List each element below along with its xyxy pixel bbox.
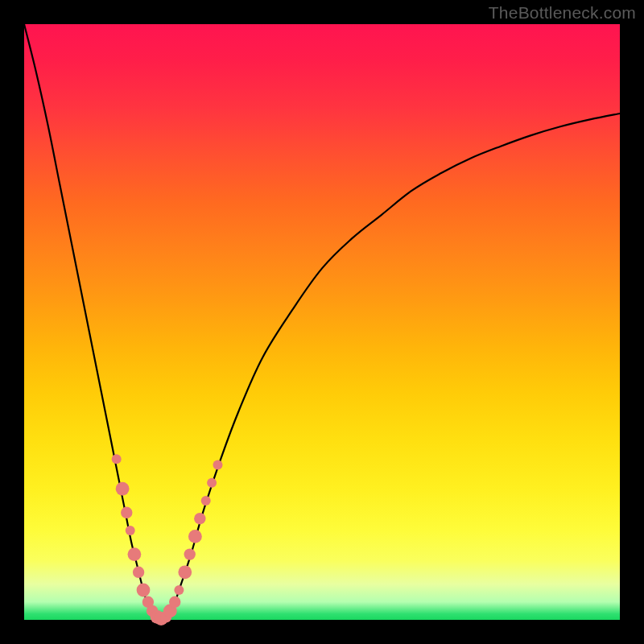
chart-frame: TheBottleneck.com bbox=[0, 0, 644, 644]
curve-markers bbox=[112, 454, 223, 625]
curve-dot bbox=[126, 526, 135, 535]
chart-svg bbox=[24, 24, 620, 620]
curve-dot bbox=[178, 565, 192, 579]
curve-dot bbox=[194, 513, 205, 524]
curve-dot bbox=[201, 496, 211, 506]
curve-dot bbox=[207, 478, 217, 488]
curve-dot bbox=[174, 585, 184, 595]
curve-dot bbox=[121, 507, 132, 518]
bottleneck-curve bbox=[24, 24, 620, 620]
curve-dot bbox=[112, 454, 122, 464]
curve-dot bbox=[116, 482, 130, 496]
curve-dot bbox=[213, 460, 223, 470]
curve-dot bbox=[128, 547, 142, 561]
curve-dot bbox=[137, 584, 151, 597]
curve-dot bbox=[188, 530, 202, 543]
plot-area bbox=[24, 24, 620, 620]
curve-dot bbox=[184, 548, 196, 559]
curve-dot bbox=[133, 567, 144, 578]
curve-dot bbox=[169, 597, 180, 608]
watermark-text: TheBottleneck.com bbox=[489, 3, 636, 23]
